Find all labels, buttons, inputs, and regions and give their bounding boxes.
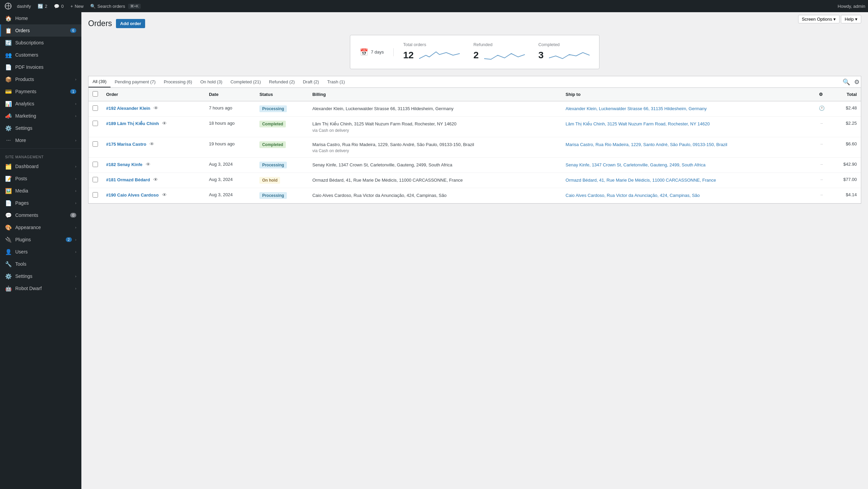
sidebar-item-analytics[interactable]: 📊 Analytics › (0, 98, 81, 110)
appearance-icon: 🎨 (5, 224, 12, 231)
sidebar-item-plugins[interactable]: 🔌 Plugins 2 › (0, 233, 81, 246)
tab-draft[interactable]: Draft (2) (299, 77, 323, 87)
sidebar-item-marketing[interactable]: 📣 Marketing › (0, 110, 81, 122)
sidebar-item-home[interactable]: 🏠 Home (0, 12, 81, 24)
sidebar-item-products[interactable]: 📦 Products › (0, 73, 81, 85)
sidebar-item-appearance[interactable]: 🎨 Appearance › (0, 221, 81, 233)
orders-badge: 6 (70, 28, 76, 33)
chevron-right-icon: › (75, 78, 76, 81)
refunded-value: 2 (473, 50, 479, 61)
sidebar-item-pdf-invoices[interactable]: 📄 PDF Invoices (0, 61, 81, 73)
tab-completed[interactable]: Completed (21) (226, 77, 265, 87)
sidebar-item-label-analytics: Analytics (15, 101, 72, 106)
sidebar-item-customers[interactable]: 👥 Customers (0, 49, 81, 61)
ship-to-link[interactable]: Senay Kinfe, 1347 Crown St, Carletonvill… (566, 162, 706, 167)
page-header: Orders Add order (88, 19, 861, 28)
tab-pending[interactable]: Pending payment (7) (111, 77, 160, 87)
row-checkbox[interactable] (93, 105, 98, 111)
sidebar-item-dashboard[interactable]: 🗂️ Dashboard › (0, 160, 81, 172)
row-checkbox[interactable] (93, 141, 98, 147)
row-checkbox[interactable] (93, 162, 98, 167)
tab-trash[interactable]: Trash (1) (323, 77, 349, 87)
order-link[interactable]: #192 Alexander Klein (106, 106, 150, 111)
media-icon: 🖼️ (5, 187, 12, 194)
payments-icon: 💳 (5, 88, 12, 95)
stats-period-label: 7 days (371, 49, 384, 55)
preview-icon[interactable]: 👁 (146, 162, 151, 167)
preview-icon[interactable]: 👁 (154, 105, 158, 111)
top-bar-left: dashify 🔄 2 💬 0 + New 🔍 Search orders ⌘+… (3, 0, 838, 12)
comments-sidebar-icon: 💬 (5, 212, 12, 219)
add-order-button[interactable]: Add order (116, 19, 145, 28)
comments-button[interactable]: 💬 0 (51, 0, 67, 12)
tab-processing[interactable]: Processing (6) (160, 77, 196, 87)
screen-options-button[interactable]: Screen Options ▾ (798, 15, 840, 23)
order-link[interactable]: #175 Marisa Castro (106, 142, 146, 147)
sidebar-item-label-pdf-invoices: PDF Invoices (15, 64, 76, 70)
order-tabs: All (39) Pending payment (7) Processing … (88, 76, 861, 88)
chevron-right-icon-plugins: › (75, 238, 76, 242)
sidebar-item-settings2[interactable]: ⚙️ Settings › (0, 270, 81, 282)
tab-on-hold[interactable]: On hold (3) (196, 77, 226, 87)
completed-value: 3 (538, 50, 544, 61)
order-date: 7 hours ago (205, 101, 255, 117)
ship-to-link[interactable]: Marisa Castro, Rua Rio Madeira, 1229, Sa… (566, 142, 727, 147)
sidebar-item-label-home: Home (15, 16, 76, 21)
sidebar-item-comments[interactable]: 💬 Comments 0 (0, 209, 81, 221)
select-all-checkbox[interactable] (93, 91, 98, 97)
table-row: #192 Alexander Klein 👁 7 hours ago Proce… (88, 101, 861, 117)
col-billing: Billing (308, 88, 561, 101)
sidebar-item-tools[interactable]: 🔧 Tools (0, 258, 81, 270)
order-link[interactable]: #181 Ormazd Bédard (106, 177, 150, 182)
sidebar-item-robot-dwarf[interactable]: 🤖 Robot Dwarf › (0, 282, 81, 294)
order-link[interactable]: #189 Lâm Thị Kiều Chinh (106, 121, 159, 126)
preview-icon[interactable]: 👁 (153, 177, 158, 182)
dash-icon: – (821, 177, 823, 182)
sidebar-item-label-pages: Pages (15, 200, 72, 206)
preview-icon[interactable]: 👁 (150, 141, 154, 147)
pages-icon: 📄 (5, 200, 12, 206)
ship-to-link[interactable]: Alexander Klein, Luckenwalder Strasse 66… (566, 106, 707, 111)
sidebar-item-subscriptions[interactable]: 🔄 Subscriptions (0, 37, 81, 49)
site-name[interactable]: dashify (14, 0, 34, 12)
new-button[interactable]: + New (67, 0, 87, 12)
sidebar-item-users[interactable]: 👤 Users › (0, 246, 81, 258)
ship-to-link[interactable]: Lâm Thị Kiều Chinh, 3125 Walt Nuzum Farm… (566, 121, 710, 126)
chevron-right-icon-analytics: › (75, 102, 76, 106)
tab-refunded[interactable]: Refunded (2) (265, 77, 299, 87)
new-label: New (75, 4, 83, 9)
stats-period[interactable]: 📅 7 days (360, 48, 394, 56)
preview-icon[interactable]: 👁 (162, 192, 167, 198)
settings2-icon: ⚙️ (5, 273, 12, 280)
ship-to-link[interactable]: Caio Alves Cardoso, Rua Victor da Anunci… (566, 193, 700, 198)
sidebar-item-orders[interactable]: 📋 Orders 6 (0, 24, 81, 37)
filter-orders-icon-button[interactable]: ⚙ (853, 77, 861, 87)
order-link[interactable]: #182 Senay Kinfe (106, 162, 142, 167)
sidebar-item-payments[interactable]: 💳 Payments 1 (0, 85, 81, 98)
update-icon-button[interactable]: 🔄 2 (34, 0, 51, 12)
preview-icon[interactable]: 👁 (162, 121, 167, 126)
row-checkbox[interactable] (93, 121, 98, 126)
sidebar-item-posts[interactable]: 📝 Posts › (0, 172, 81, 185)
sidebar-item-pages[interactable]: 📄 Pages › (0, 197, 81, 209)
orders-table-wrapper: All (39) Pending payment (7) Processing … (88, 76, 861, 204)
subscriptions-icon: 🔄 (5, 39, 12, 46)
sidebar-item-settings[interactable]: ⚙️ Settings (0, 122, 81, 134)
help-button[interactable]: Help ▾ (841, 15, 861, 23)
table-row: #190 Caio Alves Cardoso 👁 Aug 3, 2024 Pr… (88, 188, 861, 203)
sidebar-item-media[interactable]: 🖼️ Media › (0, 185, 81, 197)
status-badge: On hold (259, 177, 280, 184)
sidebar-item-more[interactable]: ··· More › (0, 134, 81, 146)
search-orders-button[interactable]: 🔍 Search orders ⌘+K (87, 0, 144, 12)
row-checkbox[interactable] (93, 177, 98, 182)
ship-to-link[interactable]: Ormazd Bédard, 41, Rue Marie De Médicis,… (566, 178, 716, 183)
row-checkbox[interactable] (93, 192, 98, 198)
refunded-chart (484, 48, 525, 62)
status-badge: Completed (259, 121, 286, 127)
wp-logo[interactable] (3, 0, 14, 12)
order-link[interactable]: #190 Caio Alves Cardoso (106, 192, 159, 198)
search-orders-icon-button[interactable]: 🔍 (841, 77, 851, 87)
tab-all[interactable]: All (39) (88, 76, 111, 87)
chevron-right-icon-media: › (75, 189, 76, 193)
settings-col-icon[interactable]: ⚙ (819, 92, 823, 97)
